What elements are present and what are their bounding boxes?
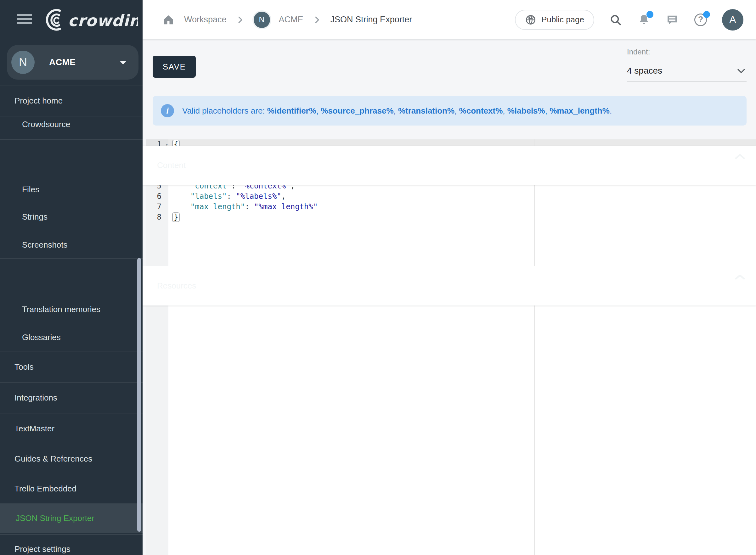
placeholder: %identifier% [267, 106, 316, 116]
placeholder: %translation% [398, 106, 455, 116]
hamburger-menu-icon[interactable] [17, 14, 32, 25]
save-button[interactable]: SAVE [153, 56, 196, 78]
crowdin-logo: crowdin [40, 8, 138, 32]
sidebar-item-crowdsource[interactable]: Crowdsource [0, 113, 142, 135]
page-title: JSON String Exporter [331, 15, 412, 25]
code-line[interactable]: "max_length": "%max_length%" [168, 202, 756, 212]
notification-dot [646, 11, 654, 18]
messages-icon[interactable] [665, 13, 679, 27]
public-page-button[interactable]: Public page [515, 10, 594, 30]
divider [0, 258, 142, 259]
breadcrumb-workspace[interactable]: Workspace [184, 15, 226, 25]
sidebar-item-trello-embedded[interactable]: Trello Embedded [0, 478, 142, 500]
indent-label: Indent: [627, 47, 747, 57]
line-number: 6 [146, 191, 168, 202]
search-icon[interactable] [609, 13, 623, 27]
placeholder: %source_phrase% [321, 106, 393, 116]
public-page-label: Public page [541, 15, 584, 25]
info-banner: i Valid placeholders are: %identifier%, … [153, 96, 747, 126]
divider [0, 413, 142, 414]
chevron-up-icon [734, 274, 745, 281]
breadcrumb-org[interactable]: ACME [279, 15, 303, 25]
sidebar-item-textmaster[interactable]: TextMaster [0, 418, 142, 439]
globe-icon [525, 14, 536, 26]
sidebar-item-label: Translation memories [0, 305, 100, 314]
divider [0, 139, 142, 140]
sidebar-item-screenshots[interactable]: Screenshots [0, 234, 142, 256]
placeholder: %context% [459, 106, 503, 116]
org-switcher[interactable]: N ACME [7, 45, 138, 80]
help-dot [703, 11, 710, 18]
org-name: ACME [49, 57, 76, 67]
sidebar-item-project-home[interactable]: Project home [0, 90, 142, 112]
top-bar: Workspace N ACME JSON String Exporter Pu… [142, 0, 756, 39]
line-number: 8 [146, 212, 168, 222]
sidebar-item-label: Integrations [0, 393, 57, 403]
help-icon[interactable]: ? [694, 13, 708, 27]
sidebar-item-label: Glossaries [0, 333, 61, 342]
sidebar: crowdin N ACME Project home Crowdsource … [0, 0, 142, 555]
sidebar-item-label: Trello Embedded [0, 484, 77, 494]
sidebar-item-strings[interactable]: Strings [0, 206, 142, 228]
svg-text:crowdin: crowdin [68, 12, 138, 30]
sidebar-item-label: JSON String Exporter [0, 513, 94, 523]
sidebar-item-translation-memories[interactable]: Translation memories [0, 298, 142, 320]
sidebar-item-label: Project settings [0, 544, 71, 554]
info-icon: i [161, 104, 174, 117]
app-root: crowdin N ACME Project home Crowdsource … [0, 0, 756, 555]
sidebar-item-project-settings[interactable]: Project settings [0, 538, 142, 555]
placeholder: %max_length% [550, 106, 610, 116]
sidebar-item-json-string-exporter[interactable]: JSON String Exporter [0, 503, 142, 533]
sidebar-item-files[interactable]: Files [0, 178, 142, 201]
code-line[interactable]: "labels": "%labels%", [168, 191, 756, 202]
line-number: 7 [146, 202, 168, 212]
user-avatar[interactable]: A [722, 9, 744, 31]
caret-down-icon [120, 61, 127, 65]
header-actions: Public page ? A [515, 0, 744, 39]
sidebar-item-tools[interactable]: Tools [0, 356, 142, 378]
sidebar-item-glossaries[interactable]: Glossaries [0, 326, 142, 348]
sidebar-item-label: Project home [0, 96, 62, 106]
indent-control: Indent: 4 spaces [627, 47, 747, 82]
sidebar-item-label: Tools [0, 362, 34, 372]
code-editor[interactable]: 1▾2345678 { "identifier": "%identifier%"… [146, 139, 756, 555]
breadcrumb-org-avatar: N [254, 12, 270, 28]
sidebar-section-label: Resources [142, 281, 196, 291]
home-icon[interactable] [162, 13, 175, 27]
matching-bracket: } [172, 212, 180, 222]
placeholder: %labels% [507, 106, 545, 116]
chevron-up-icon [734, 153, 745, 160]
sidebar-item-label: Files [0, 185, 39, 195]
sidebar-item-label: Strings [0, 212, 47, 222]
chevron-down-icon [736, 66, 747, 76]
chevron-right-icon [236, 15, 245, 25]
sidebar-section-resources[interactable]: Resources [142, 266, 756, 305]
chevron-right-icon [312, 15, 322, 25]
sidebar-section-label: Content [142, 161, 186, 170]
sidebar-scrollbar[interactable] [137, 258, 141, 532]
code-line[interactable]: } [168, 212, 756, 222]
sidebar-item-integrations[interactable]: Integrations [0, 387, 142, 409]
sidebar-section-content[interactable]: Content [142, 146, 756, 185]
divider [0, 534, 142, 535]
divider [0, 86, 142, 86]
org-avatar: N [11, 51, 35, 74]
breadcrumb: Workspace N ACME JSON String Exporter [162, 12, 412, 28]
divider [0, 382, 142, 383]
sidebar-item-label: Crowdsource [0, 120, 70, 129]
indent-select[interactable]: 4 spaces [627, 60, 747, 82]
info-banner-text: Valid placeholders are: %identifier%, %s… [182, 106, 612, 116]
sidebar-item-label: Screenshots [0, 240, 68, 250]
sidebar-item-label: TextMaster [0, 424, 54, 434]
divider [0, 351, 142, 351]
notifications-bell-icon[interactable] [637, 13, 651, 27]
sidebar-item-label: Guides & References [0, 454, 92, 464]
sidebar-item-guides-references[interactable]: Guides & References [0, 448, 142, 470]
indent-value: 4 spaces [627, 66, 662, 76]
